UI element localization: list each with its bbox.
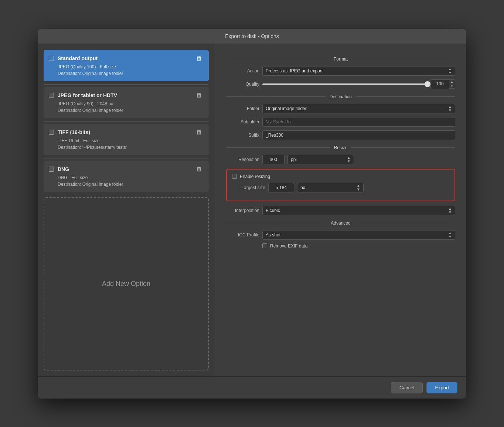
icc-profile-value: As shot: [266, 232, 280, 238]
advanced-section-label: Advanced: [331, 221, 350, 226]
quality-row: Quality 100 ▲ ▼: [226, 79, 455, 89]
enable-resizing-label: Enable resizing: [240, 174, 270, 179]
icc-profile-select[interactable]: As shot ▲ ▼: [262, 230, 455, 240]
quality-increment-button[interactable]: ▲: [449, 80, 455, 84]
subfolder-label: Subfolder: [226, 119, 259, 124]
quality-number-group: 100 ▲ ▼: [430, 79, 455, 89]
largest-size-row: Largest size px ▲ ▼: [232, 183, 449, 192]
suffix-label: Suffix: [226, 133, 259, 138]
subfolder-input[interactable]: [262, 117, 455, 127]
folder-label: Folder: [226, 106, 259, 111]
quality-label: Quality: [226, 82, 259, 87]
resolution-unit-value: ppi: [291, 157, 297, 162]
dialog-title: Export to disk - Options: [225, 33, 279, 39]
preset-item-dng[interactable]: DNG 🗑 DNG - Full size Destination: Origi…: [44, 161, 209, 192]
trash-icon-jpeg-tablet[interactable]: 🗑: [195, 91, 204, 99]
export-button[interactable]: Export: [426, 382, 457, 393]
quality-slider-fill: [262, 83, 428, 85]
resolution-input[interactable]: [262, 155, 285, 164]
resolution-label: Resolution: [226, 157, 259, 162]
trash-icon-standard[interactable]: 🗑: [195, 54, 204, 62]
action-select[interactable]: Process as JPEG and export ▲ ▼: [262, 66, 455, 76]
preset-checkbox-standard[interactable]: [49, 56, 54, 61]
interpolation-row: Interpolation Bicubic ▲ ▼: [226, 206, 455, 215]
preset-desc-standard: JPEG (Quality 100) - Full size Destinati…: [58, 64, 204, 77]
suffix-input[interactable]: [262, 130, 455, 140]
subfolder-row: Subfolder: [226, 117, 455, 127]
folder-value: Original image folder: [266, 106, 307, 111]
action-value: Process as JPEG and export: [266, 68, 323, 74]
preset-item-standard[interactable]: Standard output 🗑 JPEG (Quality 100) - F…: [44, 50, 209, 81]
quality-decrement-button[interactable]: ▼: [449, 84, 455, 89]
destination-section-header: Destination: [226, 94, 455, 99]
preset-desc-tiff: TIFF 16-bit - Full size Destination: '~/…: [58, 137, 204, 151]
preset-checkbox-dng[interactable]: [49, 167, 54, 172]
quality-slider-container: 100 ▲ ▼: [262, 79, 455, 89]
remove-exif-container: Remove EXIF data: [262, 243, 307, 249]
icc-profile-row: ICC Profile As shot ▲ ▼: [226, 230, 455, 240]
destination-section-label: Destination: [330, 94, 352, 99]
enable-resizing-checkbox[interactable]: [232, 174, 237, 179]
quality-slider-thumb[interactable]: [425, 81, 430, 87]
largest-size-label: Largest size: [232, 185, 265, 190]
enable-resizing-row: Enable resizing: [232, 174, 449, 179]
add-new-option-label: Add New Option: [102, 280, 150, 288]
preset-title-jpeg-tablet: JPEG for tablet or HDTV: [58, 92, 117, 98]
folder-select[interactable]: Original image folder ▲ ▼: [262, 104, 455, 113]
remove-exif-label: Remove EXIF data: [270, 243, 307, 249]
cancel-button[interactable]: Cancel: [391, 382, 423, 393]
interpolation-select[interactable]: Bicubic ▲ ▼: [262, 206, 455, 215]
preset-checkbox-jpeg-tablet[interactable]: [49, 93, 54, 98]
interpolation-arrows-icon: ▲ ▼: [448, 207, 452, 214]
dialog-title-bar: Export to disk - Options: [38, 29, 466, 44]
presets-panel: Standard output 🗑 JPEG (Quality 100) - F…: [38, 44, 215, 376]
preset-title-dng: DNG: [58, 166, 69, 172]
remove-exif-row: Remove EXIF data: [226, 243, 455, 249]
preset-desc-dng: DNG - Full size Destination: Original im…: [58, 174, 204, 188]
preset-title-tiff: TIFF (16-bits): [58, 129, 90, 135]
preset-checkbox-tiff[interactable]: [49, 130, 54, 135]
preset-item-tiff[interactable]: TIFF (16-bits) 🗑 TIFF 16-bit - Full size…: [44, 124, 209, 155]
trash-icon-dng[interactable]: 🗑: [195, 165, 204, 173]
largest-size-unit-arrows-icon: ▲ ▼: [357, 184, 360, 191]
action-label: Action: [226, 68, 259, 74]
folder-row: Folder Original image folder ▲ ▼: [226, 104, 455, 113]
resolution-row: Resolution ppi ▲ ▼: [226, 155, 455, 164]
resize-section-header: Resize: [226, 145, 455, 150]
quality-input[interactable]: 100: [430, 79, 449, 89]
action-row: Action Process as JPEG and export ▲ ▼: [226, 66, 455, 76]
action-arrows-icon: ▲ ▼: [448, 67, 452, 75]
advanced-section-header: Advanced: [226, 221, 455, 226]
dialog-content: Standard output 🗑 JPEG (Quality 100) - F…: [38, 44, 466, 376]
largest-size-input[interactable]: [268, 183, 294, 192]
resolution-unit-arrows-icon: ▲ ▼: [347, 156, 351, 163]
folder-arrows-icon: ▲ ▼: [448, 105, 452, 112]
add-new-option-button[interactable]: Add New Option: [44, 197, 209, 370]
preset-desc-jpeg-tablet: JPEG (Quality 90) - 2048 px Destination:…: [58, 100, 204, 114]
interpolation-value: Bicubic: [266, 208, 280, 213]
preset-title-standard: Standard output: [58, 55, 98, 61]
interpolation-label: Interpolation: [226, 208, 259, 213]
icc-profile-label: ICC Profile: [226, 232, 259, 238]
icc-profile-arrows-icon: ▲ ▼: [448, 231, 452, 239]
settings-panel: Format Action Process as JPEG and export…: [215, 44, 466, 376]
trash-icon-tiff[interactable]: 🗑: [195, 128, 204, 136]
resolution-unit-select[interactable]: ppi ▲ ▼: [287, 155, 354, 164]
suffix-row: Suffix: [226, 130, 455, 140]
largest-size-unit-select[interactable]: px ▲ ▼: [297, 183, 364, 192]
dialog-footer: Cancel Export: [38, 376, 466, 399]
format-section-header: Format: [226, 57, 455, 62]
resize-section-box: Enable resizing Largest size px ▲ ▼: [226, 169, 455, 201]
quality-stepper: ▲ ▼: [449, 79, 455, 89]
largest-size-unit-value: px: [300, 185, 305, 190]
remove-exif-checkbox[interactable]: [262, 243, 267, 248]
preset-item-jpeg-tablet[interactable]: JPEG for tablet or HDTV 🗑 JPEG (Quality …: [44, 87, 209, 118]
resize-section-label: Resize: [334, 145, 348, 150]
format-section-label: Format: [334, 57, 348, 62]
quality-slider-track[interactable]: [262, 83, 428, 85]
export-dialog: Export to disk - Options Standard output…: [38, 29, 466, 399]
